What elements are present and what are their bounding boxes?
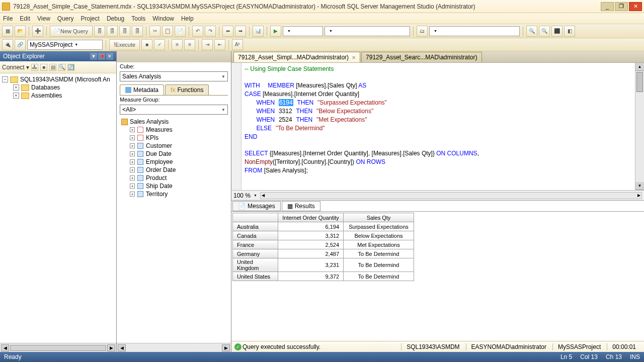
col-header-sales[interactable]: Sales Qty (344, 213, 414, 222)
menu-view[interactable]: View (37, 15, 50, 22)
col-header-qty[interactable]: Internet Order Quantity (278, 213, 344, 222)
nav-fwd-button[interactable]: ➡ (235, 26, 246, 37)
maximize-button[interactable]: ❐ (615, 2, 628, 11)
menu-tools[interactable]: Tools (131, 15, 145, 22)
menu-query[interactable]: Query (57, 15, 74, 22)
change-conn-button[interactable]: 🔗 (15, 39, 26, 50)
cube-node[interactable]: Sales Analysis (121, 118, 227, 126)
metadata-tab[interactable]: Metadata (120, 84, 164, 95)
code-editor[interactable]: -- Using Simple Case Statements WITH MEM… (242, 63, 635, 190)
table-row[interactable]: Australia6,194Surpassed Expectations (233, 222, 414, 231)
scroll-thumb[interactable] (636, 72, 643, 92)
editor-tab-inactive[interactable]: 79129_Asset_Searc...MAD\administrator) (361, 52, 481, 62)
menu-debug[interactable]: Debug (107, 15, 124, 22)
parse-button[interactable]: ✓ (154, 39, 165, 50)
undo-button[interactable]: ↶ (192, 26, 203, 37)
hscroll-left-icon[interactable]: ◀ (261, 193, 266, 198)
measure-group-combo[interactable]: <All>▼ (120, 105, 228, 115)
debug-combo[interactable]: ▼ (283, 26, 323, 36)
tab-close-icon[interactable]: ✕ (352, 55, 356, 60)
menu-project[interactable]: Project (81, 15, 100, 22)
scroll-left-icon[interactable]: ◀ (118, 344, 126, 351)
menu-edit[interactable]: Edit (20, 15, 30, 22)
product-node[interactable]: +Product (121, 174, 227, 182)
redo-button[interactable]: ↷ (205, 26, 216, 37)
connect-button[interactable]: 🔌 (2, 39, 13, 50)
territory-node[interactable]: +Territory (121, 190, 227, 198)
kpis-node[interactable]: +KPIs (121, 134, 227, 142)
col-header-blank[interactable] (233, 213, 278, 222)
execute-button[interactable]: ! Execute (109, 39, 140, 50)
table-row[interactable]: Germany2,487To Be Determind (233, 249, 414, 258)
aux-button-2[interactable]: ◧ (564, 26, 575, 37)
db-button-1[interactable]: 🗄 (94, 26, 105, 37)
scroll-up-icon[interactable]: ▲ (635, 63, 644, 71)
table-row[interactable]: United States9,372To Be Determind (233, 272, 414, 281)
shipdate-node[interactable]: +Ship Date (121, 182, 227, 190)
new-button[interactable]: ▦ (2, 26, 13, 37)
nav-back-button[interactable]: ⬅ (222, 26, 233, 37)
oe-btn-1[interactable]: 🖧 (31, 64, 38, 71)
oe-btn-3[interactable]: ▤ (49, 64, 56, 71)
results-tab[interactable]: ▦ Results (282, 201, 320, 211)
cut-button[interactable]: ✂ (149, 26, 160, 37)
editor-vscroll[interactable]: ▲ ▼ (635, 63, 644, 190)
collapse-icon[interactable]: − (2, 76, 8, 82)
messages-tab[interactable]: 📄 Messages (232, 201, 281, 211)
menu-help[interactable]: Help (181, 15, 194, 22)
zoom-dd-icon[interactable]: ▼ (254, 194, 257, 197)
table-row[interactable]: France2,524Met Expectations (233, 240, 414, 249)
aux-button-1[interactable]: ⬛ (551, 26, 562, 37)
results-grid[interactable]: Internet Order Quantity Sales Qty Austra… (231, 211, 644, 341)
customer-node[interactable]: +Customer (121, 142, 227, 150)
tree-databases-node[interactable]: + Databases (2, 83, 114, 92)
oe-scroll-x[interactable]: ◀ ▶ (0, 343, 116, 352)
md-scroll-x[interactable]: ◀ ▶ (117, 343, 231, 352)
add-button[interactable]: ➕ (32, 26, 43, 37)
open-button[interactable]: 📂 (15, 26, 26, 37)
db-button-3[interactable]: 🗄 (119, 26, 130, 37)
minimize-button[interactable]: _ (601, 2, 614, 11)
find-combo[interactable]: ▼ (429, 26, 520, 36)
oe-btn-5[interactable]: 🔄 (67, 64, 74, 71)
oe-btn-4[interactable]: 🔍 (58, 64, 65, 71)
zoom-level[interactable]: 100 % (233, 192, 251, 199)
functions-tab[interactable]: fx Functions (165, 84, 209, 95)
comment-button[interactable]: ≡ (172, 39, 183, 50)
db-button-4[interactable]: 🗄 (132, 26, 143, 37)
menu-window[interactable]: Window (152, 15, 174, 22)
measures-node[interactable]: +Measures (121, 126, 227, 134)
scroll-right-icon[interactable]: ▶ (222, 344, 230, 351)
stop-button[interactable]: ■ (141, 39, 152, 50)
menu-file[interactable]: File (3, 15, 13, 22)
close-button[interactable]: ✕ (629, 2, 642, 11)
zoom-in-button[interactable]: 🔍 (526, 26, 537, 37)
tree-assemblies-node[interactable]: + Assemblies (2, 92, 114, 100)
expand-icon[interactable]: + (13, 84, 19, 90)
scroll-down-icon[interactable]: ▼ (635, 182, 644, 190)
editor-tab-active[interactable]: 79128_Asset_Simpl...MAD\administrator) ✕ (233, 52, 360, 62)
outdent-button[interactable]: ⇤ (214, 39, 225, 50)
duedate-node[interactable]: +Due Date (121, 150, 227, 158)
hscroll-right-icon[interactable]: ▶ (636, 193, 641, 198)
table-row[interactable]: Canada3,312Below Expectations (233, 231, 414, 240)
connect-label[interactable]: Connect ▾ (2, 64, 29, 71)
scroll-left-icon[interactable]: ◀ (1, 344, 9, 351)
table-row[interactable]: United Kingdom3,231To Be Determind (233, 258, 414, 272)
project-combo[interactable]: MySSASProject▼ (27, 40, 103, 50)
copy-button[interactable]: 📋 (162, 26, 173, 37)
db-button-2[interactable]: 🗄 (107, 26, 118, 37)
oe-close-icon[interactable]: ✕ (106, 53, 113, 60)
paste-button[interactable]: 📄 (175, 26, 186, 37)
play-button[interactable]: ▶ (270, 26, 281, 37)
config-combo[interactable]: ▼ (325, 26, 410, 36)
zoom-out-button[interactable]: 🔍 (539, 26, 550, 37)
oe-btn-2[interactable]: ■ (40, 64, 47, 71)
cube-combo[interactable]: Sales Analysis▼ (120, 71, 228, 81)
expand-icon[interactable]: + (13, 93, 19, 99)
scroll-thumb[interactable] (10, 345, 106, 351)
oe-dropdown-icon[interactable]: ▼ (90, 53, 97, 60)
scroll-right-icon[interactable]: ▶ (107, 344, 115, 351)
registered-servers-button[interactable]: 🗂 (417, 26, 428, 37)
employee-node[interactable]: +Employee (121, 158, 227, 166)
